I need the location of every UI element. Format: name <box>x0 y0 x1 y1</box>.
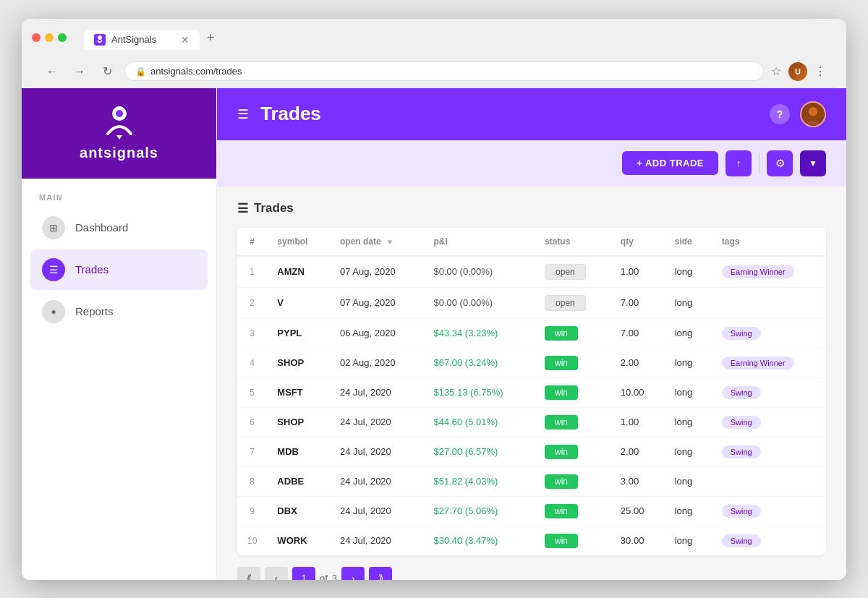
cell-open-date: 24 Jul, 2020 <box>330 407 423 437</box>
pagination-prev[interactable]: ‹ <box>265 567 288 580</box>
cell-tags: Earning Winner <box>712 256 826 288</box>
cell-side: long <box>665 466 712 496</box>
traffic-light-yellow[interactable] <box>45 33 54 42</box>
table-row[interactable]: 7 MDB 24 Jul, 2020 $27.00 (6.57%) win 2.… <box>237 437 826 466</box>
cell-tags <box>712 466 826 496</box>
table-header-row: # symbol open date ▼ p&l status qty side… <box>237 228 826 256</box>
status-badge: win <box>545 474 578 489</box>
section-heading: ☰ Trades <box>237 201 826 216</box>
tag-badge: Swing <box>722 416 761 429</box>
bookmark-icon[interactable]: ☆ <box>771 64 781 78</box>
main-header-left: ☰ Trades <box>237 103 321 125</box>
address-bar[interactable]: 🔒 antsignals.com/trades <box>124 61 764 81</box>
pagination-of: of <box>320 573 328 580</box>
sidebar-label-dashboard: Dashboard <box>75 221 128 234</box>
pagination-page-1[interactable]: 1 <box>292 567 315 580</box>
nav-forward-button[interactable]: → <box>69 61 90 82</box>
cell-qty: 1.00 <box>610 256 665 288</box>
tag-badge: Swing <box>722 534 761 547</box>
cell-status: win <box>535 496 610 526</box>
table-row[interactable]: 4 SHOP 02 Aug, 2020 $67.00 (3.24%) win 2… <box>237 348 826 377</box>
cell-num: 2 <box>237 287 267 318</box>
cell-pnl: $51.82 (4.03%) <box>423 466 535 496</box>
toolbar-divider <box>759 153 760 174</box>
table-row[interactable]: 5 MSFT 24 Jul, 2020 $135.13 (6.75%) win … <box>237 377 826 407</box>
cell-num: 3 <box>237 318 267 348</box>
browser-titlebar: AntSignals ✕ + <box>32 26 836 50</box>
sidebar-label-reports: Reports <box>75 305 114 317</box>
cell-side: long <box>665 437 712 466</box>
th-side[interactable]: side <box>665 228 712 256</box>
cell-num: 7 <box>237 437 267 466</box>
sidebar-item-trades[interactable]: ☰ Trades <box>30 249 208 290</box>
pagination-next[interactable]: › <box>341 567 365 580</box>
hamburger-button[interactable]: ☰ <box>237 106 249 122</box>
th-tags[interactable]: tags <box>712 228 826 256</box>
add-trade-button[interactable]: + ADD TRADE <box>622 151 718 175</box>
dashboard-icon: ⊞ <box>42 216 65 239</box>
cell-symbol: DBX <box>267 496 330 526</box>
cell-tags <box>712 287 826 318</box>
table-row[interactable]: 1 AMZN 07 Aug, 2020 $0.00 (0.00%) open 1… <box>237 256 826 288</box>
trades-icon: ☰ <box>42 258 65 281</box>
sidebar-item-dashboard[interactable]: ⊞ Dashboard <box>30 208 208 248</box>
cell-tags: Swing <box>712 496 826 526</box>
tab-close-button[interactable]: ✕ <box>181 34 190 46</box>
cell-side: long <box>665 526 712 555</box>
th-open-date[interactable]: open date ▼ <box>330 228 423 256</box>
th-status[interactable]: status <box>535 228 610 256</box>
pagination-first[interactable]: ⟪ <box>237 567 260 580</box>
cell-status: win <box>535 437 610 466</box>
header-user-avatar[interactable] <box>800 101 826 127</box>
th-pnl[interactable]: p&l <box>423 228 535 256</box>
pagination-last[interactable]: ⟫ <box>369 567 392 580</box>
upload-button[interactable]: ↑ <box>726 150 752 176</box>
sidebar-item-reports[interactable]: ● Reports <box>30 291 208 332</box>
filter-button[interactable]: ▼ <box>800 150 826 176</box>
cell-pnl: $44.60 (5.01%) <box>423 407 535 437</box>
browser-tab-active[interactable]: AntSignals ✕ <box>84 30 200 50</box>
th-num: # <box>237 228 267 256</box>
table-row[interactable]: 8 ADBE 24 Jul, 2020 $51.82 (4.03%) win 3… <box>237 466 826 496</box>
traffic-lights <box>32 33 67 42</box>
settings-button[interactable]: ⚙ <box>767 150 793 176</box>
sidebar: antsignals MAIN ⊞ Dashboard ☰ Trades ● R… <box>22 88 217 580</box>
status-badge: open <box>545 264 586 280</box>
cell-pnl: $0.00 (0.00%) <box>423 256 535 288</box>
table-row[interactable]: 9 DBX 24 Jul, 2020 $27.70 (5.06%) win 25… <box>237 496 826 526</box>
cell-open-date: 24 Jul, 2020 <box>330 437 423 466</box>
cell-num: 8 <box>237 466 267 496</box>
th-qty[interactable]: qty <box>610 228 665 256</box>
cell-open-date: 02 Aug, 2020 <box>330 348 423 377</box>
cell-symbol: ADBE <box>267 466 330 496</box>
traffic-light-red[interactable] <box>32 33 41 42</box>
help-button[interactable]: ? <box>770 104 790 124</box>
cell-pnl: $0.00 (0.00%) <box>423 287 535 318</box>
cell-qty: 3.00 <box>610 466 665 496</box>
nav-user-avatar[interactable]: U <box>788 62 807 81</box>
cell-side: long <box>665 256 712 288</box>
cell-tags: Swing <box>712 377 826 407</box>
traffic-light-green[interactable] <box>58 33 67 42</box>
th-symbol[interactable]: symbol <box>267 228 330 256</box>
tag-badge: Swing <box>722 445 761 458</box>
main-content: ☰ Trades ? + ADD TR <box>217 88 846 580</box>
table-row[interactable]: 10 WORK 24 Jul, 2020 $30.40 (3.47%) win … <box>237 526 826 555</box>
browser-menu-icon[interactable]: ⋮ <box>814 64 826 78</box>
cell-status: win <box>535 526 610 555</box>
tab-favicon <box>94 34 106 46</box>
cell-qty: 7.00 <box>610 318 665 348</box>
tag-badge: Swing <box>722 327 761 340</box>
nav-back-button[interactable]: ← <box>42 61 62 82</box>
tag-badge: Earning Winner <box>722 265 794 278</box>
table-row[interactable]: 2 V 07 Aug, 2020 $0.00 (0.00%) open 7.00… <box>237 287 826 318</box>
cell-pnl: $67.00 (3.24%) <box>423 348 535 377</box>
cell-qty: 2.00 <box>610 437 665 466</box>
nav-refresh-button[interactable]: ↻ <box>97 61 117 82</box>
new-tab-button[interactable]: + <box>200 26 222 50</box>
table-row[interactable]: 6 SHOP 24 Jul, 2020 $44.60 (5.01%) win 1… <box>237 407 826 437</box>
svg-point-4 <box>809 107 817 116</box>
sort-icon: ▼ <box>386 238 393 246</box>
table-row[interactable]: 3 PYPL 06 Aug, 2020 $43.34 (3.23%) win 7… <box>237 318 826 348</box>
svg-point-0 <box>98 35 102 40</box>
